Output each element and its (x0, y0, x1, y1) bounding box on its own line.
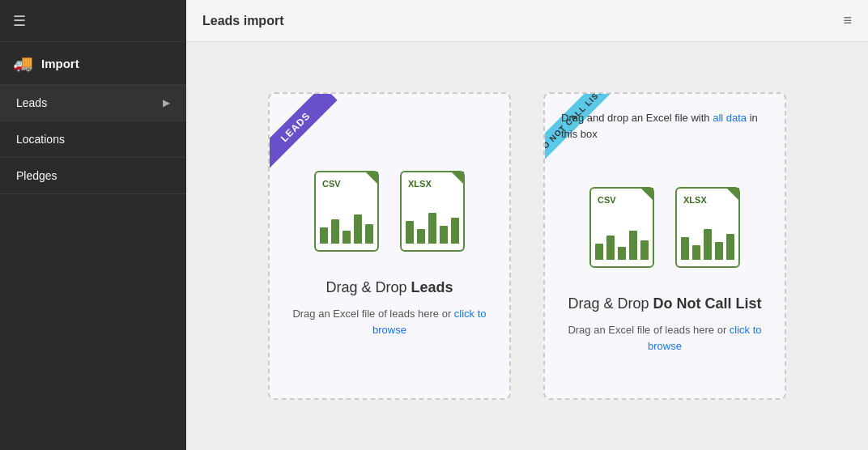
leads-drop-zone[interactable]: LEADS CSV (268, 92, 511, 400)
page-title: Leads import (202, 14, 283, 28)
dnc-drop-title-bold: Do Not Call List (653, 295, 762, 312)
xlsx-file-icon: XLSX (396, 171, 469, 260)
sidebar-item-label: Pledges (16, 169, 57, 182)
dnc-csv-chart (589, 224, 655, 260)
list-icon[interactable]: ≡ (843, 12, 852, 29)
hamburger-icon[interactable]: ☰ (13, 12, 26, 30)
content-area: LEADS CSV (186, 42, 868, 450)
dnc-csv-file-icon: CSV (585, 187, 658, 276)
page-header: Leads import ≡ (186, 0, 868, 42)
xlsx-chart (399, 208, 466, 244)
leads-drop-title: Drag & Drop Leads (326, 279, 453, 296)
dnc-xlsx-label: XLSX (683, 195, 707, 205)
xlsx-label: XLSX (408, 179, 432, 189)
dnc-all-data-link[interactable]: all data (713, 112, 747, 124)
dnc-xlsx-file-icon: XLSX (671, 187, 744, 276)
csv-chart (313, 208, 380, 244)
dnc-file-icons: CSV XLSX (585, 187, 744, 276)
sidebar-item-label: Locations (16, 133, 65, 146)
leads-drop-title-bold: Leads (411, 279, 453, 295)
sidebar-item-label: Leads (16, 96, 47, 109)
sidebar-item-locations[interactable]: Locations (0, 121, 186, 158)
csv-file-icon: CSV (310, 171, 383, 260)
truck-icon: 🚚 (13, 53, 33, 73)
leads-ribbon-label: LEADS (270, 94, 338, 169)
dnc-drop-title: Drag & Drop Do Not Call List (568, 295, 761, 312)
leads-drop-desc: Drag an Excel file of leads here or clic… (286, 306, 493, 338)
main-area: Leads import ≡ LEADS CSV (186, 0, 868, 450)
sidebar-item-pledges[interactable]: Pledges (0, 158, 186, 194)
sidebar-item-leads[interactable]: Leads ▶ (0, 85, 186, 121)
dnc-partial-text: Drag and drop an Excel file with all dat… (561, 110, 768, 142)
import-label: Import (41, 57, 79, 70)
dnc-xlsx-chart (674, 224, 741, 260)
chevron-right-icon: ▶ (163, 97, 170, 108)
dnc-drop-zone[interactable]: DO NOT CALL LIST Drag and drop an Excel … (543, 92, 786, 400)
csv-label: CSV (322, 179, 341, 189)
dnc-ribbon: DO NOT CALL LIST (545, 94, 642, 191)
leads-file-icons: CSV XLSX (310, 171, 469, 260)
dnc-csv-label: CSV (598, 195, 616, 205)
sidebar-header: ☰ (0, 0, 186, 42)
sidebar: ☰ 🚚 Import Leads ▶ Locations Pledges (0, 0, 186, 450)
sidebar-import-item[interactable]: 🚚 Import (0, 42, 186, 85)
dnc-drop-desc: Drag an Excel file of leads here or clic… (561, 322, 768, 354)
